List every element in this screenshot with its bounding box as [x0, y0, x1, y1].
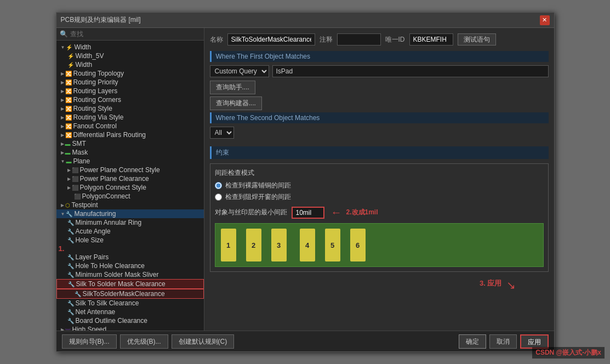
builder-btn-container: 查询构建器....: [210, 96, 549, 112]
radio-item-1[interactable]: 检查到裸露铺铜的间距: [215, 181, 544, 190]
tree-label: Routing Layers: [73, 87, 118, 95]
uid-input[interactable]: [409, 33, 453, 46]
rule-icon: 🔧: [67, 272, 74, 278]
constraint-header: 约束: [210, 146, 549, 159]
tree-item-routing-priority[interactable]: ▶ 🔀 Routing Priority: [56, 78, 204, 87]
rule-icon: 🔧: [67, 309, 74, 315]
expand-icon: ▶: [67, 168, 71, 173]
name-input[interactable]: [227, 33, 315, 46]
tree-item-min-annular[interactable]: 🔧 Minimum Annular Ring: [56, 218, 204, 227]
watermark: CSDN @嵌入式-小鹏x: [532, 347, 605, 359]
rule-wizard-button[interactable]: 规则向导(B)...: [62, 334, 117, 349]
radio-mask[interactable]: [215, 194, 222, 201]
expand-icon: ▶: [61, 89, 64, 94]
tree-item-width-parent[interactable]: ▼ ⚡ Width: [56, 43, 204, 52]
priority-button[interactable]: 优先级(B)...: [120, 334, 168, 349]
tree-item-layer-pairs[interactable]: 🔧 Layer Pairs: [56, 253, 204, 261]
comment-input[interactable]: [337, 33, 381, 46]
tree-item-testpoint[interactable]: ▶ ⬡ Testpoint: [56, 201, 204, 209]
tree-item-routing-style[interactable]: ▶ 🔀 Routing Style: [56, 104, 204, 113]
expand-icon: ▶: [61, 203, 64, 208]
tree-item-plane[interactable]: ▼ ▬ Plane: [56, 157, 204, 166]
rule-icon: 🔀: [65, 123, 72, 129]
tree-item-power-plane-clearance[interactable]: ▶ ⬛ Power Plane Clearance: [56, 174, 204, 183]
tree-item-board-outline[interactable]: 🔧 Board Outline Clearance: [56, 316, 204, 325]
tree-label: Minimum Solder Mask Sliver: [76, 271, 159, 278]
tree-item-routing-topology[interactable]: ▶ 🔀 Routing Topology: [56, 69, 204, 78]
tree-item-fanout[interactable]: ▶ 🔀 Fanout Control: [56, 122, 204, 130]
tree-item-power-plane-connect[interactable]: ▶ ⬛ Power Plane Connect Style: [56, 166, 204, 174]
tree-container[interactable]: ▼ ⚡ Width ⚡ Width_5V ⚡ Width ▶ 🔀 Routing…: [56, 41, 204, 331]
pad-3: 3: [271, 229, 287, 261]
right-panel: 名称 注释 唯一ID 测试语句 Where The First Object M…: [204, 28, 554, 331]
tree-item-routing-layers[interactable]: ▶ 🔀 Routing Layers: [56, 87, 204, 95]
tree-item-diff-pairs[interactable]: ▶ 🔀 Differential Pairs Routing: [56, 130, 204, 139]
pcb-preview: 1 2 3 4 5 6: [215, 223, 544, 267]
cancel-button[interactable]: 取消: [489, 334, 517, 349]
second-query-select[interactable]: All: [210, 127, 234, 139]
search-input[interactable]: [70, 30, 201, 38]
second-object-header: Where The Second Object Matches: [210, 112, 549, 123]
tree-item-silk-to-solder[interactable]: 🔧 Silk To Solder Mask Clearance: [56, 279, 204, 289]
tree-label: High Speed: [72, 326, 107, 331]
tree-item-width[interactable]: ⚡ Width: [56, 60, 204, 69]
bottom-bar: 规则向导(B)... 优先级(B)... 创建默认规则(C) 确定 取消 应用: [56, 331, 554, 351]
rule-icon: 🔀: [65, 88, 72, 94]
create-default-button[interactable]: 创建默认规则(C): [172, 334, 235, 349]
query-helper-button[interactable]: 查询助手....: [210, 81, 255, 94]
radio-item-2[interactable]: 检查到阻焊开窗的间距: [215, 192, 544, 202]
tree-label: Routing Style: [73, 105, 112, 112]
tree-item-acute-angle[interactable]: 🔧 Acute Angle: [56, 227, 204, 236]
expand-icon: ▶: [61, 141, 64, 146]
tree-item-smt[interactable]: ▶ ▬ SMT: [56, 139, 204, 148]
test-button[interactable]: 测试语句: [458, 33, 496, 46]
tree-item-width-5v[interactable]: ⚡ Width_5V: [56, 52, 204, 60]
search-bar: 🔍: [56, 28, 204, 41]
close-button[interactable]: ✕: [540, 15, 550, 25]
tree-label: Silk To Silk Clearance: [76, 299, 139, 307]
ok-button[interactable]: 确定: [459, 334, 486, 349]
tree-item-routing-corners[interactable]: ▶ 🔀 Routing Corners: [56, 95, 204, 104]
tree-label: Routing Priority: [73, 78, 118, 86]
tree-item-min-solder[interactable]: 🔧 Minimum Solder Mask Sliver: [56, 270, 204, 279]
rule-icon: 〰: [65, 327, 71, 331]
expand-icon: ▶: [61, 150, 64, 155]
tree-item-net-antennae[interactable]: 🔧 Net Antennae: [56, 308, 204, 316]
tree-item-polygon-connect-item[interactable]: ⬛ PolygonConnect: [56, 192, 204, 201]
tree-label: Power Plane Connect Style: [80, 166, 160, 174]
tree-item-manufacturing[interactable]: ▼ 🔧 Manufacturing: [56, 209, 204, 218]
expand-icon: ▶: [61, 71, 64, 76]
rule-icon: 🔧: [67, 220, 74, 226]
rule-icon: 🔀: [65, 79, 72, 86]
radio-label-1: 检查到裸露铺铜的间距: [225, 181, 291, 190]
first-query-select[interactable]: Custom Query: [210, 65, 269, 77]
expand-icon: ▶: [61, 106, 64, 111]
tree-label: Routing Via Style: [73, 113, 124, 121]
constraint-section: 约束 间距检查模式 检查到裸露铺铜的间距 检查到阻焊开窗的间距: [210, 146, 549, 276]
rule-icon: 🔀: [65, 132, 72, 138]
tree-item-hole-size[interactable]: 🔧 Hole Size: [56, 236, 204, 244]
rule-icon: 🔧: [66, 211, 72, 217]
clearance-input[interactable]: [292, 207, 324, 219]
rule-icon: ▬: [65, 141, 71, 147]
tree-item-silk-to-silk[interactable]: 🔧 Silk To Silk Clearance: [56, 299, 204, 308]
tree-item-polygon-connect[interactable]: ▶ ⬛ Polygon Connect Style: [56, 183, 204, 192]
rule-icon: 🔧: [67, 229, 74, 235]
query-builder-button[interactable]: 查询构建器....: [210, 96, 262, 110]
tree-item-mask[interactable]: ▶ ▬ Mask: [56, 148, 204, 157]
rule-icon: ⬛: [72, 176, 78, 182]
main-window: PCB规则及约束编辑器 [mil] ✕ 🔍 ▼ ⚡ Width ⚡ Width_…: [56, 12, 555, 352]
tree-label: Hole To Hole Clearance: [76, 262, 145, 270]
first-query-input[interactable]: [272, 65, 549, 77]
step1-label: 1.: [59, 244, 65, 253]
tree-label: Net Antennae: [76, 308, 116, 316]
tree-item-silk-to-solder-sub[interactable]: 🔧 SilkToSolderMaskClearance: [56, 289, 204, 299]
rule-icon: ⚡: [67, 53, 74, 59]
tree-item-routing-via[interactable]: ▶ 🔀 Routing Via Style: [56, 113, 204, 122]
apply-button[interactable]: 应用: [520, 334, 549, 349]
tree-item-hole-to-hole[interactable]: 🔧 Hole To Hole Clearance: [56, 261, 204, 270]
expand-icon: ▼: [61, 212, 65, 217]
expand-icon: ▶: [61, 80, 64, 85]
tree-item-high-speed[interactable]: ▶ 〰 High Speed: [56, 325, 204, 331]
radio-copper[interactable]: [215, 182, 222, 189]
